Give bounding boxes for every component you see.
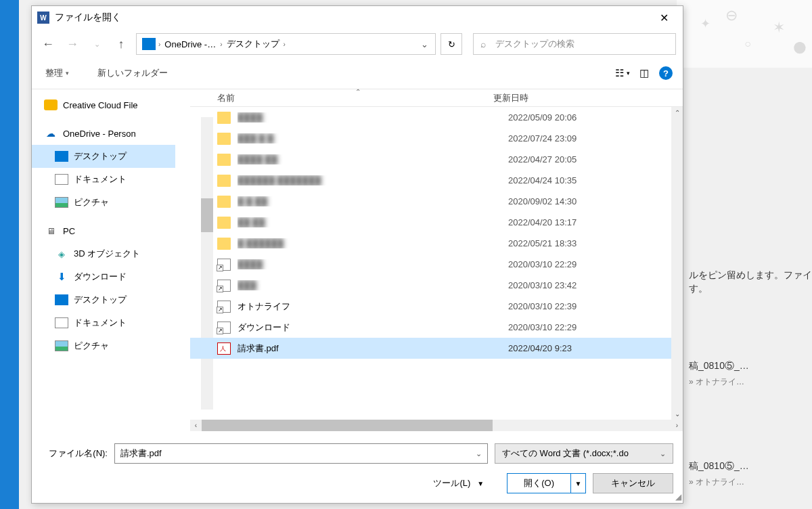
file-name: ████ [238,259,508,269]
creative-cloud-icon [44,99,58,110]
shortcut-icon [217,301,231,313]
file-row[interactable]: ██ ██2022/04/20 13:17 [190,212,683,233]
download-icon: ⬇ [55,271,68,282]
view-mode-button[interactable]: ☷ ▾ [615,66,630,81]
search-input[interactable]: ⌕ デスクトップの検索 [473,33,676,55]
file-row[interactable]: ███ █ █2022/07/24 23:09 [190,128,683,149]
tree-item-3d-objects[interactable]: ◈ 3D オブジェクト [32,242,175,265]
file-row[interactable]: オトナライフ2020/03/10 22:39 [190,296,683,317]
tree-item-pc[interactable]: 🖥 PC [32,219,175,242]
file-name: ██ ██ [238,217,508,227]
file-row[interactable]: ███2020/03/10 23:42 [190,275,683,296]
organize-button[interactable]: 整理▾ [41,64,73,82]
file-row[interactable]: ████ ██2022/04/27 20:05 [190,149,683,170]
document-icon [55,174,68,185]
button-row: ツール(L)▼ 開く(O) ▼ キャンセル [41,473,673,493]
tree-item-pictures[interactable]: ピクチャ [32,191,175,214]
preview-pane-button[interactable]: ◫ [637,66,652,81]
folder-icon [217,238,231,250]
tree-item-pictures-pc[interactable]: ピクチャ [32,334,175,357]
onedrive-icon: ☁ [44,128,58,139]
close-button[interactable]: ✕ [650,7,677,28]
file-date: 2022/04/20 13:17 [508,217,577,227]
path-segment-desktop[interactable]: デスクトップ [223,38,284,50]
tree-item-creative-cloud[interactable]: Creative Cloud File [32,93,175,116]
bg-hint-line1: ルをピン留めします。ファイル [689,269,812,282]
pictures-icon [55,340,68,351]
bg-hint-line2: す。 [689,283,708,295]
horizontal-scrollbar[interactable]: ‹ › [190,420,683,431]
file-date: 2022/05/09 20:06 [508,112,577,123]
file-open-dialog: W ファイルを開く ✕ ← → ⌄ ↑ › OneDrive -… › デスクト… [31,5,683,504]
file-date: 2022/04/27 20:05 [508,154,577,164]
file-row[interactable]: ████2020/03/10 22:29 [190,254,683,275]
open-button[interactable]: 開く(O) ▼ [507,473,586,493]
file-date: 2020/03/10 23:42 [508,280,577,290]
tree-item-documents[interactable]: ドキュメント [32,168,175,191]
column-headers: ⌃ 名前 更新日時 [190,89,683,107]
folder-icon [217,133,231,145]
file-row[interactable]: █ █ ██2020/09/02 14:30 [190,191,683,212]
bg-recent-file-1[interactable]: 稿_0810⑤_… [689,360,749,372]
open-split-dropdown[interactable]: ▼ [570,474,585,493]
app-accent-bar [0,0,19,509]
tools-dropdown[interactable]: ツール(L)▼ [433,477,484,489]
cancel-button[interactable]: キャンセル [593,473,673,493]
file-date: 2022/04/24 10:35 [508,175,577,185]
file-name: オトナライフ [238,301,508,313]
file-row[interactable]: ████2022/05/09 20:06 [190,107,683,128]
bg-recent-file-2[interactable]: 稿_0810⑤_… [689,460,749,472]
dialog-footer: ファイル名(N): 請求書.pdf ⌄ すべての Word 文書 (*.docx… [32,431,683,503]
column-header-modified[interactable]: 更新日時 [493,92,683,104]
history-dropdown[interactable]: ⌄ [87,35,106,53]
file-list-pane: ⌃ 名前 更新日時 ████2022/05/09 20:06███ █ █202… [190,89,683,431]
column-header-name[interactable]: 名前 [190,92,493,104]
up-button[interactable]: ↑ [112,35,131,53]
tree-item-desktop[interactable]: デスクトップ [32,145,175,168]
filename-input[interactable]: 請求書.pdf ⌄ [114,443,488,464]
path-segment-onedrive[interactable]: OneDrive -… [160,39,220,49]
folder-icon [55,294,68,305]
vertical-scrollbar[interactable]: ⌃⌄ [671,107,683,420]
tree-item-onedrive[interactable]: ☁ OneDrive - Person [32,122,175,145]
new-folder-button[interactable]: 新しいフォルダー [93,64,172,82]
file-type-filter[interactable]: すべての Word 文書 (*.docx;*.do ⌄ [495,443,673,464]
document-icon [55,317,68,328]
back-button[interactable]: ← [39,35,58,53]
chevron-down-icon: ▼ [477,480,484,487]
navigation-tree: Creative Cloud File ☁ OneDrive - Person … [32,89,175,431]
sort-indicator-icon: ⌃ [355,88,361,95]
chevron-down-icon: ▾ [66,70,69,76]
main-content: Creative Cloud File ☁ OneDrive - Person … [32,89,683,431]
shortcut-icon [217,322,231,334]
chevron-down-icon[interactable]: ⌄ [476,449,482,458]
forward-button[interactable]: → [63,35,82,53]
file-name: ███ █ █ [238,133,508,143]
file-name: ダウンロード [238,322,508,334]
file-name: ████ [238,112,508,123]
shortcut-icon [217,259,231,271]
chevron-right-icon[interactable]: › [284,41,286,48]
breadcrumb[interactable]: › OneDrive -… › デスクトップ › ⌄ [136,33,436,55]
file-name: ██████ ███████ [238,175,508,185]
file-name: █ ██████ [238,238,508,248]
tree-item-documents-pc[interactable]: ドキュメント [32,311,175,334]
background-decoration: ⊖ ✶ ✦ ● ○ [677,0,812,68]
file-row[interactable]: ダウンロード2020/03/10 22:29 [190,317,683,338]
filename-label: ファイル名(N): [41,447,114,460]
path-dropdown[interactable]: ⌄ [416,39,432,49]
resize-grip[interactable]: ◢ [675,492,681,502]
shortcut-icon [217,280,231,292]
file-row[interactable]: █ ██████2022/05/21 18:33 [190,233,683,254]
refresh-button[interactable]: ↻ [441,33,462,55]
file-name: ███ [238,280,508,290]
pdf-icon [217,342,231,355]
chevron-down-icon: ⌄ [660,449,666,458]
filename-row: ファイル名(N): 請求書.pdf ⌄ すべての Word 文書 (*.docx… [41,443,673,464]
file-row[interactable]: 請求書.pdf2022/04/20 9:23 [190,338,683,359]
file-list: ████2022/05/09 20:06███ █ █2022/07/24 23… [190,107,683,420]
tree-item-desktop-pc[interactable]: デスクトップ [32,288,175,311]
help-button[interactable]: ? [658,66,673,81]
tree-item-downloads[interactable]: ⬇ ダウンロード [32,265,175,288]
file-row[interactable]: ██████ ███████2022/04/24 10:35 [190,170,683,191]
